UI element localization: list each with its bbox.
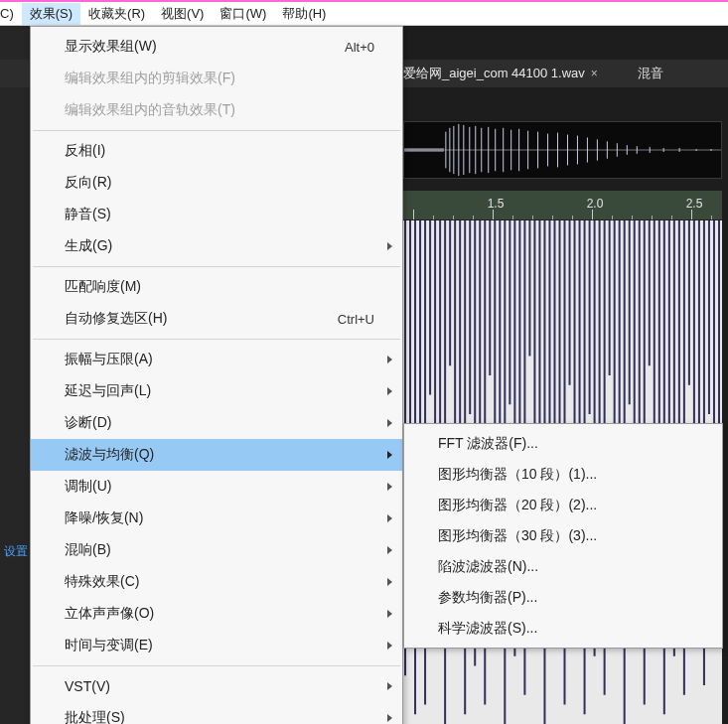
menu-item-label: 生成(G): [65, 237, 112, 255]
menu-modulation[interactable]: 调制(U): [31, 471, 402, 503]
menu-window[interactable]: 窗口(W): [212, 3, 274, 25]
mix-label[interactable]: 混音: [638, 65, 663, 82]
menu-item-label: 匹配响度(M): [65, 278, 141, 296]
submenu-notch-filter[interactable]: 陷波滤波器(N)...: [404, 551, 722, 582]
menu-separator: [33, 130, 400, 131]
menu-item-label: 振幅与压限(A): [65, 351, 153, 368]
submenu-caret-icon: [387, 356, 392, 363]
menu-item-label: 反向(R): [65, 174, 111, 192]
menu-stereo[interactable]: 立体声声像(O): [31, 598, 402, 630]
menu-reverb[interactable]: 混响(B): [31, 534, 402, 566]
submenu-caret-icon: [387, 546, 392, 554]
menu-special[interactable]: 特殊效果(C): [31, 566, 402, 598]
menu-item-label: 混响(B): [65, 541, 111, 559]
left-panel-label[interactable]: 设置: [0, 541, 32, 562]
menu-item-label: 显示效果组(W): [65, 38, 157, 56]
menu-item-label: 静音(S): [65, 206, 111, 223]
menu-filter-eq[interactable]: 滤波与均衡(Q): [31, 439, 402, 471]
menu-bar: C) 效果(S) 收藏夹(R) 视图(V) 窗口(W) 帮助(H): [0, 2, 728, 26]
menu-show-effect-group[interactable]: 显示效果组(W) Alt+0: [31, 31, 402, 63]
document-tab-label: 爱给网_aigei_com 44100 1.wav: [403, 65, 585, 82]
menu-item-label: 图形均衡器（10 段）(1)...: [438, 466, 597, 484]
menu-generate[interactable]: 生成(G): [31, 230, 402, 262]
ruler-tick-label: 1.5: [481, 197, 510, 211]
menu-edit-track-fx: 编辑效果组内的音轨效果(T): [31, 94, 402, 126]
waveform-overview[interactable]: [403, 121, 722, 179]
menu-separator: [33, 665, 400, 666]
menu-item-label: 编辑效果组内的音轨效果(T): [65, 101, 235, 119]
overview-wave-svg: [404, 122, 721, 178]
submenu-caret-icon: [387, 242, 392, 250]
submenu-scientific-filter[interactable]: 科学滤波器(S)...: [404, 613, 722, 644]
effects-menu: 显示效果组(W) Alt+0 编辑效果组内的剪辑效果(F) 编辑效果组内的音轨效…: [30, 26, 403, 724]
submenu-caret-icon: [387, 419, 392, 427]
menu-invert[interactable]: 反相(I): [31, 135, 402, 167]
menu-silence[interactable]: 静音(S): [31, 199, 402, 230]
submenu-geq-10[interactable]: 图形均衡器（10 段）(1)...: [404, 459, 722, 490]
menu-item-shortcut: Ctrl+U: [338, 312, 374, 327]
menu-time-pitch[interactable]: 时间与变调(E): [31, 630, 402, 661]
menu-item-label: 滤波与均衡(Q): [65, 446, 154, 464]
submenu-caret-icon: [387, 387, 392, 395]
menu-item-label: 诊断(D): [65, 414, 111, 432]
menu-item-label: 科学滤波器(S)...: [438, 620, 537, 638]
menu-item-label: 编辑效果组内的剪辑效果(F): [65, 70, 235, 87]
submenu-caret-icon: [387, 642, 392, 650]
menu-match-loudness[interactable]: 匹配响度(M): [31, 271, 402, 303]
submenu-geq-20[interactable]: 图形均衡器（20 段）(2)...: [404, 490, 722, 520]
menu-item-label: VST(V): [65, 678, 110, 694]
menu-item-label: 调制(U): [65, 478, 111, 496]
ruler-tick-label: 2.0: [580, 197, 610, 211]
menu-item-label: 时间与变调(E): [65, 637, 153, 654]
submenu-caret-icon: [387, 714, 392, 722]
menu-noise-reduction[interactable]: 降噪/恢复(N): [31, 503, 402, 534]
menu-auto-heal[interactable]: 自动修复选区(H) Ctrl+U: [31, 303, 402, 335]
menu-separator: [33, 266, 400, 267]
menu-item-label: 特殊效果(C): [65, 573, 139, 591]
menu-effects[interactable]: 效果(S): [22, 3, 80, 25]
submenu-fft-filter[interactable]: FFT 滤波器(F)...: [404, 428, 722, 459]
submenu-caret-icon: [387, 514, 392, 522]
menu-item-label: 图形均衡器（30 段）(3)...: [438, 527, 597, 545]
menu-vst[interactable]: VST(V): [31, 670, 402, 702]
menu-separator: [33, 339, 400, 340]
menu-item-label: 反相(I): [65, 142, 105, 160]
document-tab[interactable]: 爱给网_aigei_com 44100 1.wav ×: [403, 65, 598, 82]
menu-help[interactable]: 帮助(H): [274, 3, 334, 25]
menu-truncated[interactable]: C): [0, 4, 22, 23]
menu-item-label: 批处理(S): [65, 709, 125, 724]
menu-reverse[interactable]: 反向(R): [31, 167, 402, 199]
ruler-tick-label: 2.5: [679, 197, 709, 211]
menu-item-shortcut: Alt+0: [345, 40, 374, 55]
menu-view[interactable]: 视图(V): [153, 3, 212, 25]
menu-item-label: 立体声声像(O): [65, 605, 154, 623]
submenu-caret-icon: [387, 451, 392, 459]
submenu-caret-icon: [387, 483, 392, 491]
submenu-caret-icon: [387, 610, 392, 618]
menu-batch[interactable]: 批处理(S): [31, 702, 402, 724]
menu-favorites[interactable]: 收藏夹(R): [80, 3, 153, 25]
menu-item-label: 陷波滤波器(N)...: [438, 558, 538, 576]
menu-item-label: FFT 滤波器(F)...: [438, 435, 538, 453]
filter-eq-submenu: FFT 滤波器(F)... 图形均衡器（10 段）(1)... 图形均衡器（20…: [403, 423, 723, 649]
menu-edit-clip-fx: 编辑效果组内的剪辑效果(F): [31, 63, 402, 94]
menu-diagnostics[interactable]: 诊断(D): [31, 407, 402, 439]
menu-amplitude[interactable]: 振幅与压限(A): [31, 344, 402, 375]
time-ruler[interactable]: 1.5 2.0 2.5: [403, 191, 722, 220]
submenu-geq-30[interactable]: 图形均衡器（30 段）(3)...: [404, 520, 722, 551]
menu-delay[interactable]: 延迟与回声(L): [31, 375, 402, 407]
submenu-parametric-eq[interactable]: 参数均衡器(P)...: [404, 582, 722, 613]
left-tool-strip: [0, 26, 32, 724]
submenu-caret-icon: [387, 578, 392, 586]
menu-item-label: 降噪/恢复(N): [65, 509, 143, 527]
menu-item-label: 自动修复选区(H): [65, 310, 167, 328]
menu-item-label: 延迟与回声(L): [65, 382, 151, 400]
close-icon[interactable]: ×: [591, 67, 598, 80]
menu-item-label: 图形均衡器（20 段）(2)...: [438, 497, 597, 514]
menu-item-label: 参数均衡器(P)...: [438, 589, 537, 607]
submenu-caret-icon: [387, 682, 392, 690]
